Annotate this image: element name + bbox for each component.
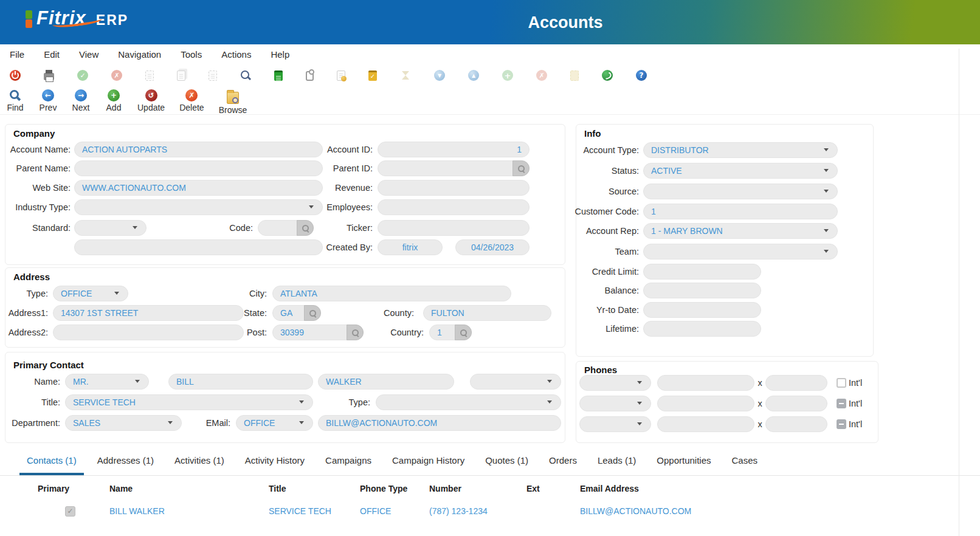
ok-icon[interactable]: ✓ — [77, 70, 88, 81]
source-select[interactable] — [643, 184, 838, 199]
county-input[interactable]: FULTON — [423, 305, 551, 321]
parent-id-lookup-button[interactable] — [512, 160, 530, 176]
industry-type-select[interactable] — [74, 199, 323, 215]
city-input[interactable]: ATLANTA — [272, 286, 511, 301]
country-lookup-button[interactable] — [455, 325, 472, 340]
email-input[interactable]: BILLW@ACTIONAUTO.COM — [318, 415, 561, 431]
credit-limit-input[interactable] — [643, 264, 761, 280]
zoom-icon[interactable] — [240, 70, 251, 81]
tab-quotes[interactable]: Quotes (1) — [478, 455, 536, 475]
cut-icon[interactable] — [145, 70, 154, 81]
address2-input[interactable] — [53, 325, 244, 340]
menu-help[interactable]: Help — [271, 49, 289, 60]
first-name-input[interactable]: BILL — [168, 374, 313, 390]
tab-campaigns[interactable]: Campaigns — [318, 455, 379, 475]
contacts-table: Primary Name Title Phone Type Number Ext… — [0, 478, 980, 523]
help-icon[interactable]: ? — [636, 70, 647, 81]
contact-row: ✓ BILL WALKER SERVICE TECH OFFICE (787) … — [0, 499, 980, 523]
web-site-input[interactable]: WWW.ACTIONAUTO.COM — [74, 180, 323, 196]
contact-title-select[interactable]: SERVICE TECH — [65, 394, 313, 410]
next-button[interactable]: → Next — [72, 89, 90, 112]
paste-icon[interactable] — [209, 70, 217, 81]
menu-tools[interactable]: Tools — [181, 49, 202, 60]
account-id-input[interactable]: 1 — [378, 142, 530, 157]
intl-checkbox-3[interactable] — [837, 419, 846, 429]
account-type-select[interactable]: DISTRIBUTOR — [643, 142, 838, 158]
address1-input[interactable]: 14307 1ST STREET — [53, 305, 244, 321]
country-label: Country: — [370, 325, 424, 340]
tab-campaign-history[interactable]: Campaign History — [385, 455, 472, 475]
add-button[interactable]: + Add — [105, 89, 123, 112]
form-content: Company Account Name: ACTION AUTOPARTS A… — [0, 115, 980, 535]
parent-id-input[interactable] — [378, 160, 530, 176]
parent-name-input[interactable] — [74, 160, 323, 176]
browse-button[interactable]: Browse — [219, 89, 247, 115]
history-icon[interactable] — [400, 70, 411, 81]
scroll-rail[interactable] — [959, 49, 959, 536]
contact-title-cell[interactable]: SERVICE TECH — [269, 506, 360, 516]
phone-ext-input-3[interactable] — [765, 416, 827, 432]
phone-number-input-3[interactable] — [657, 416, 754, 432]
prev-button[interactable]: ← Prev — [39, 89, 57, 112]
revenue-input[interactable] — [378, 180, 530, 196]
tab-addresses[interactable]: Addresses (1) — [90, 455, 161, 475]
tab-activities[interactable]: Activities (1) — [167, 455, 232, 475]
web-icon[interactable] — [602, 70, 613, 81]
contact-name-cell[interactable]: BILL WALKER — [109, 506, 269, 516]
post-lookup-button[interactable] — [347, 325, 364, 340]
tab-orders[interactable]: Orders — [542, 455, 584, 475]
standard-description-input[interactable] — [74, 239, 323, 255]
notes-icon[interactable] — [274, 70, 283, 81]
menu-actions[interactable]: Actions — [221, 49, 251, 60]
tab-leads[interactable]: Leads (1) — [590, 455, 643, 475]
tab-contacts[interactable]: Contacts (1) — [19, 455, 84, 475]
menu-edit[interactable]: Edit — [44, 49, 60, 60]
customer-code-input[interactable]: 1 — [643, 204, 838, 219]
contact-phone-type-cell[interactable]: OFFICE — [360, 506, 429, 516]
add-row-icon[interactable]: + — [502, 70, 513, 81]
last-name-input[interactable]: WALKER — [318, 374, 454, 390]
employees-input[interactable] — [378, 199, 530, 215]
contact-number-cell[interactable]: (787) 123-1234 — [429, 506, 526, 516]
delete-row-icon[interactable]: ✗ — [536, 70, 547, 81]
delete-button[interactable]: ✗ Delete — [179, 89, 204, 112]
department-select[interactable]: SALES — [65, 415, 182, 431]
update-button[interactable]: ↺ Update — [137, 89, 165, 112]
phone-number-input-1[interactable] — [657, 375, 754, 391]
intl-checkbox-1[interactable] — [837, 378, 846, 388]
copy-icon[interactable] — [177, 70, 185, 81]
print-icon[interactable] — [44, 73, 54, 80]
menu-file[interactable]: File — [10, 49, 24, 60]
tab-opportunities[interactable]: Opportunities — [649, 455, 718, 475]
team-select[interactable] — [643, 244, 838, 259]
tab-activity-history[interactable]: Activity History — [238, 455, 312, 475]
primary-checkbox[interactable]: ✓ — [65, 506, 75, 517]
tab-cases[interactable]: Cases — [725, 455, 765, 475]
phone-ext-input-2[interactable] — [765, 396, 827, 411]
browse-icon — [227, 92, 239, 104]
cancel-icon[interactable]: ✗ — [111, 70, 122, 81]
account-name-input[interactable]: ACTION AUTOPARTS — [74, 142, 323, 157]
exit-icon[interactable] — [10, 70, 21, 81]
tasks-icon[interactable]: ✓ — [368, 70, 377, 81]
intl-checkbox-2[interactable] — [837, 399, 846, 408]
email-label: EMail: — [188, 415, 230, 431]
quote-money-icon[interactable] — [337, 70, 345, 81]
ticker-input[interactable] — [378, 220, 530, 236]
scroll-up-icon[interactable]: ▲ — [468, 70, 479, 81]
phone-ext-input-1[interactable] — [765, 375, 827, 391]
menu-view[interactable]: View — [79, 49, 98, 60]
detail-icon[interactable] — [570, 70, 579, 81]
prev-label: Prev — [40, 103, 57, 112]
find-button[interactable]: Find — [6, 89, 24, 112]
state-lookup-button[interactable] — [304, 305, 321, 321]
menu-navigation[interactable]: Navigation — [118, 49, 161, 60]
contact-type-select[interactable] — [376, 394, 561, 410]
status-select[interactable]: ACTIVE — [643, 163, 838, 179]
industry-type-label: Industry Type: — [5, 199, 71, 215]
phone-number-input-2[interactable] — [657, 396, 754, 411]
account-rep-select[interactable]: 1 - MARY BROWN — [643, 223, 838, 239]
attachment-icon[interactable] — [306, 71, 314, 81]
scroll-down-icon[interactable]: ▼ — [434, 70, 445, 81]
contact-email-cell[interactable]: BILLW@ACTIONAUTO.COM — [580, 506, 980, 516]
